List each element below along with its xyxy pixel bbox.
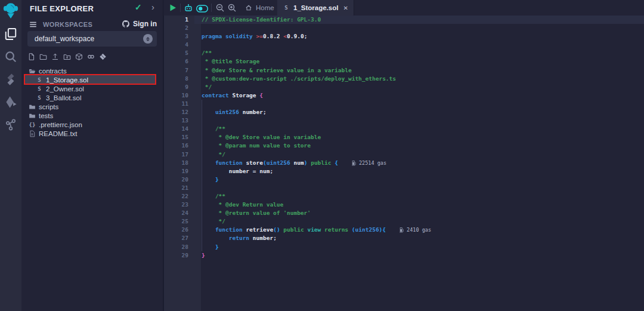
tree-item-label: .prettierrc.json [39, 121, 82, 128]
code-line: * @title Storage [202, 57, 644, 66]
tree-item-scripts[interactable]: scripts [24, 102, 156, 111]
tab-1-storage-sol[interactable]: S1_Storage.sol✕ [277, 0, 354, 16]
folder-icon [29, 103, 36, 110]
code-line [202, 184, 644, 192]
code-line: * @return value of 'number' [202, 209, 644, 217]
tree-item-label: README.txt [39, 130, 78, 137]
code-line: pragma solidity >=0.8.2 <0.9.0; [202, 32, 644, 41]
remix-logo-icon[interactable] [2, 1, 20, 19]
tree-item-2-owner-sol[interactable]: S2_Owner.sol [24, 84, 156, 93]
code-line: function store(uint256 num) public {2251… [202, 159, 644, 167]
gas-estimate-text: 22514 gas [359, 159, 386, 167]
line-number: 13 [164, 116, 201, 125]
upload-file-icon[interactable] [51, 53, 59, 61]
gas-pump-icon [351, 160, 357, 166]
code-line: return number; [202, 234, 644, 242]
folder-icon [29, 112, 36, 119]
code-line: contract Storage { [202, 91, 644, 100]
workspaces-label: WORKSPACES [43, 21, 92, 28]
gas-estimate-text: 2410 gas [407, 226, 431, 234]
tab-label: Home [256, 4, 274, 11]
ai-assistant-icon[interactable] [184, 3, 193, 13]
toolbar-divider [211, 4, 212, 12]
line-number: 17 [164, 150, 201, 159]
run-script-button[interactable] [168, 3, 178, 13]
file-explorer-panel: FILE EXPLORER ✓ › WORKSPACES Sign in def… [21, 0, 163, 311]
sidebar-item-git-icon[interactable] [4, 118, 17, 131]
check-icon[interactable]: ✓ [135, 2, 142, 12]
tree-item-contracts[interactable]: contracts [24, 66, 156, 75]
sign-in-button[interactable]: Sign in [122, 20, 157, 28]
solidity-file-icon: S [36, 85, 43, 93]
line-number: 29 [164, 251, 201, 260]
line-number: 11 [164, 100, 201, 108]
line-number: 27 [164, 234, 201, 242]
link-clone-icon[interactable] [87, 53, 95, 61]
new-file-icon[interactable] [27, 53, 35, 61]
line-number: 28 [164, 243, 201, 251]
sidebar-item-file-explorer-icon[interactable] [4, 27, 17, 41]
zoom-in-icon[interactable] [227, 3, 237, 13]
line-number: 4 [164, 41, 201, 49]
tab-home[interactable]: Home [240, 0, 280, 16]
solidity-file-icon: S [36, 76, 43, 84]
code-editor[interactable]: 1234567891011121314151617181920212223242… [163, 16, 644, 311]
toolbar-divider [180, 4, 181, 12]
code-line: // SPDX-License-Identifier: GPL-3.0 [202, 16, 644, 24]
line-number: 16 [164, 141, 201, 150]
line-number: 18 [164, 159, 201, 167]
workspace-select[interactable]: default_workspace [27, 31, 157, 47]
code-line: /** [202, 125, 644, 133]
code-line [202, 100, 644, 108]
file-icon [29, 130, 36, 137]
tree-item-tests[interactable]: tests [24, 111, 156, 120]
tree-item-label: tests [39, 112, 53, 119]
chevron-right-icon[interactable]: › [151, 2, 154, 12]
line-number: 24 [164, 209, 201, 217]
zoom-out-icon[interactable] [215, 3, 225, 13]
line-number: 6 [164, 57, 201, 66]
line-number: 12 [164, 108, 201, 116]
menu-icon[interactable] [29, 20, 38, 29]
new-folder-icon[interactable] [39, 53, 47, 61]
tree-item-label: 1_Storage.sol [46, 76, 88, 84]
line-number: 3 [164, 32, 201, 41]
code-line: * @param num value to store [202, 141, 644, 150]
gist-icon[interactable] [99, 53, 107, 61]
tree-item-prettierrc-json[interactable]: {}.prettierrc.json [24, 120, 156, 129]
tree-item-3-ballot-sol[interactable]: S3_Ballot.sol [24, 93, 156, 102]
tree-item-readme-txt[interactable]: README.txt [24, 129, 156, 138]
code-line [202, 24, 644, 32]
github-icon [122, 20, 130, 28]
code-line [202, 41, 644, 49]
select-arrows-icon [143, 34, 153, 44]
editor-toolbar: HomeS1_Storage.sol✕ [163, 0, 644, 16]
load-box-icon[interactable] [75, 53, 83, 61]
code-line: */ [202, 217, 644, 226]
home-icon [245, 4, 252, 11]
code-line: uint256 number; [202, 108, 644, 116]
code-line: /** [202, 49, 644, 57]
activity-bar [0, 0, 21, 311]
gas-estimate-badge: 2410 gas [399, 226, 431, 234]
code-line: * @dev Return value [202, 201, 644, 209]
code-line: } [202, 243, 644, 251]
sidebar-item-solidity-compiler-icon[interactable] [4, 73, 17, 86]
sidebar-item-search-icon[interactable] [4, 50, 17, 63]
tree-item-1-storage-sol[interactable]: S1_Storage.sol [24, 75, 156, 84]
close-tab-icon[interactable]: ✕ [343, 5, 348, 11]
line-number: 9 [164, 83, 201, 91]
sidebar-item-deploy-run-icon[interactable] [4, 96, 17, 109]
upload-folder-icon[interactable] [63, 53, 71, 61]
code-line [202, 116, 644, 125]
code-line: number = num; [202, 167, 644, 175]
tree-item-label: 3_Ballot.sol [46, 94, 81, 101]
line-number: 22 [164, 192, 201, 201]
code-line: } [202, 251, 644, 260]
code-line: * @dev Store value in variable [202, 133, 644, 141]
workspaces-row: WORKSPACES Sign in [29, 20, 157, 29]
tree-item-label: 2_Owner.sol [46, 85, 84, 93]
ai-toggle-switch[interactable] [196, 4, 209, 12]
folder-open-icon [29, 67, 36, 75]
solidity-file-icon: S [36, 94, 43, 101]
